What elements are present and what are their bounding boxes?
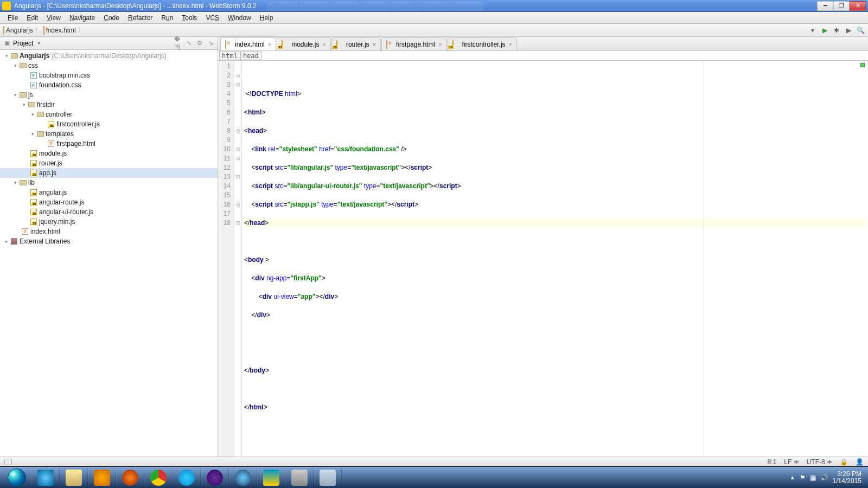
taskbar-chrome[interactable] [144,468,173,487]
tree-folder-js[interactable]: ▾js [0,90,218,100]
tree-file[interactable]: module.js [0,149,218,158]
scroll-to-source-icon[interactable]: �同 [174,40,182,47]
taskbar-skype[interactable] [173,468,201,487]
close-button[interactable]: ✕ [850,1,866,11]
js-file-icon [48,121,54,127]
js-file-icon [30,209,37,215]
search-everywhere-icon[interactable]: 🔍 [856,26,865,35]
debug-button[interactable]: ✱ [832,26,841,35]
tree-file-selected[interactable]: app.js [0,168,218,178]
menu-vcs[interactable]: VCS [201,13,224,23]
tool-window-toggle-icon[interactable] [4,459,12,465]
html-file-icon [43,26,44,35]
tree-folder-controller[interactable]: ▾controller [0,110,218,119]
tab-router-js[interactable]: router.js× [331,37,381,50]
menu-refactor[interactable]: Refactor [124,13,157,23]
taskbar-notepad[interactable] [314,468,342,487]
collapse-all-icon[interactable]: ⤡ [185,40,193,47]
inspection-status-icon[interactable] [860,63,865,67]
menu-window[interactable]: Window [224,13,256,23]
close-tab-icon[interactable]: × [373,41,376,48]
caret-position: 8:1 [768,458,777,466]
tab-firstcontroller-js[interactable]: firstcontroller.js× [448,37,517,50]
close-tab-icon[interactable]: × [509,41,512,48]
tree-file[interactable]: angular-ui-router.js [0,207,218,217]
menu-run[interactable]: Run [157,13,177,23]
tree-file[interactable]: angular-route.js [0,197,218,207]
js-file-icon [30,160,37,166]
line-separator[interactable]: LF ≑ [784,458,799,466]
tree-file[interactable]: foundation.css [0,80,218,90]
menu-tools[interactable]: Tools [177,13,201,23]
windows-orb-icon [8,468,26,487]
tray-volume-icon[interactable]: 🔊 [820,474,828,481]
close-tab-icon[interactable]: × [268,41,271,48]
minimize-button[interactable]: ━ [817,1,833,11]
inspector-icon[interactable]: 👤 [856,458,864,466]
breadcrumb-root[interactable]: Angularjs 〉 [3,25,41,35]
taskbar-eclipse[interactable] [201,468,229,487]
library-icon [11,238,17,245]
start-button[interactable] [2,468,31,487]
code-breadcrumb[interactable]: htmlhead [218,51,868,61]
tree-file[interactable]: bootstrap.min.css [0,70,218,80]
tree-file[interactable]: jquery.min.js [0,217,218,227]
tree-file[interactable]: angular.js [0,188,218,197]
menu-file[interactable]: File [3,13,22,23]
code-content[interactable]: <!DOCTYPE html> <html> <head> <link rel=… [242,61,868,457]
taskbar-webstorm[interactable] [257,468,285,487]
fold-column[interactable]: ⊟⊟⊟⊟⊟⊟⊟⊟ [234,61,242,457]
menu-edit[interactable]: Edit [22,13,42,23]
menu-view[interactable]: View [42,13,65,23]
project-sidebar: ▣ Project ▾ �同 ⤡ ⚙ ↘ ▾Angularjs(C:\Users… [0,37,218,457]
css-file-icon [30,72,37,79]
tree-file[interactable]: firstcontroller.js [0,119,218,129]
breadcrumb-file[interactable]: index.html 〉 [43,25,84,35]
menu-code[interactable]: Code [99,13,124,23]
taskbar-media-player[interactable] [88,468,116,487]
taskbar-thunderbird[interactable] [229,468,257,487]
settings-gear-icon[interactable]: ⚙ [196,40,203,47]
tree-root[interactable]: ▾Angularjs(C:\Users\nksharma\Desktop\Ang… [0,51,218,61]
taskbar-ie[interactable] [31,468,60,487]
read-only-lock-icon[interactable]: 🔒 [840,458,848,466]
run-config-dropdown[interactable]: ▾ [808,26,817,35]
html-file-icon [48,140,54,147]
line-number-gutter: 123456789101112131415161718 [218,61,234,457]
tree-folder-css[interactable]: ▾css [0,61,218,70]
js-file-icon [30,150,37,157]
close-tab-icon[interactable]: × [323,41,326,48]
menu-navigate[interactable]: Navigate [65,13,99,23]
tab-index-html[interactable]: index.html× [220,37,276,50]
tray-flag-icon[interactable]: ⚑ [800,474,806,481]
tab-module-js[interactable]: module.js× [277,37,331,50]
tray-overflow-icon[interactable]: ▲ [790,474,795,480]
hide-panel-icon[interactable]: ↘ [207,40,214,47]
tray-network-icon[interactable]: ▦ [810,474,816,481]
tree-folder-firstdir[interactable]: ▾firstdir [0,100,218,110]
maximize-button[interactable]: ❐ [833,1,850,11]
system-tray[interactable]: ▲ ⚑ ▦ 🔊 3:26 PM 1/14/2015 [786,471,866,485]
taskbar-firefox[interactable] [116,468,144,487]
tree-file-index[interactable]: index.html [0,227,218,236]
view-mode-dropdown-icon[interactable]: ▾ [35,40,43,47]
windows-taskbar: ▲ ⚑ ▦ 🔊 3:26 PM 1/14/2015 [0,466,868,488]
close-tab-icon[interactable]: × [438,41,442,48]
code-editor[interactable]: 123456789101112131415161718 ⊟⊟⊟⊟⊟⊟⊟⊟ <!D… [218,61,868,457]
coverage-button[interactable]: ▶ [844,26,853,35]
tab-firstpage-html[interactable]: firstpage.html× [381,37,446,50]
tree-folder-templates[interactable]: ▾templates [0,129,218,139]
taskbar-clock[interactable]: 3:26 PM 1/14/2015 [833,471,861,485]
tree-external-libraries[interactable]: ▸External Libraries [0,236,218,246]
project-tree[interactable]: ▾Angularjs(C:\Users\nksharma\Desktop\Ang… [0,50,218,457]
tree-folder-lib[interactable]: ▾lib [0,178,218,188]
menu-help[interactable]: Help [256,13,278,23]
taskbar-calculator[interactable] [285,468,314,487]
run-button[interactable]: ▶ [820,26,829,35]
tree-file[interactable]: firstpage.html [0,139,218,149]
tree-file[interactable]: router.js [0,158,218,168]
project-tab-label[interactable]: Project [13,40,33,47]
taskbar-explorer[interactable] [60,468,88,487]
file-encoding[interactable]: UTF-8 ≑ [807,458,832,466]
js-file-icon [30,199,37,206]
